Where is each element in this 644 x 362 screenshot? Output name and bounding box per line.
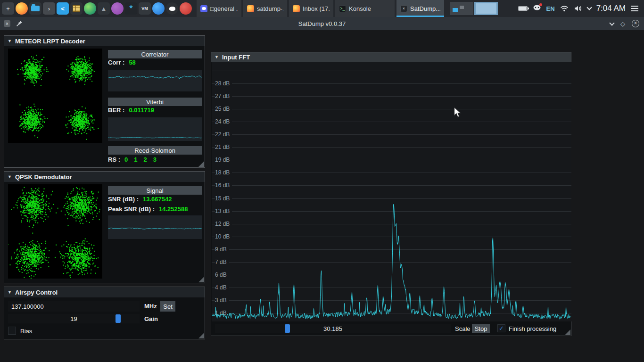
taskbar-task-konsole[interactable]: >_ Konsole: [335, 0, 395, 17]
virtual-desktop-pager[interactable]: [450, 2, 498, 15]
demod-panel-title: QPSK Demodulator: [15, 173, 72, 181]
launcher-images-icon[interactable]: ▲: [98, 2, 110, 15]
grid-icon: [73, 5, 80, 12]
launcher-star-icon[interactable]: *: [125, 2, 137, 15]
peak-snr-value-row: Peak SNR (dB) : 14.252588: [108, 206, 188, 213]
taskbar-task-firefox-satdump[interactable]: satdump-...: [243, 0, 287, 17]
decoder-panel-header[interactable]: ▼ METEOR LRPT Decoder: [4, 36, 205, 46]
window-preview: [476, 3, 496, 14]
task-label: satdump-...: [257, 5, 283, 12]
scale-label: Scale: [455, 325, 471, 332]
task-label: SatDump...: [410, 5, 440, 12]
launcher-red-icon[interactable]: [180, 2, 192, 15]
notification-badge: [539, 3, 542, 6]
window-maximize-button[interactable]: ◇: [620, 20, 625, 27]
demod-constellation-plot: [8, 184, 102, 279]
resize-grip[interactable]: [198, 333, 204, 338]
gain-label: Gain: [144, 315, 158, 322]
clock[interactable]: 7:04 AM: [596, 4, 626, 13]
snr-value-row: SNR (dB) : 13.667542: [108, 196, 172, 203]
correlator-history-chart: [108, 70, 202, 91]
peak-snr-value: 14.252588: [159, 206, 188, 213]
resize-grip[interactable]: [198, 161, 204, 167]
mhz-unit-label: MHz: [144, 303, 157, 310]
stop-button[interactable]: Stop: [472, 324, 490, 333]
fft-scale-value: 30.185: [215, 324, 451, 333]
gain-slider-value: 19: [8, 314, 140, 323]
qpsk-demodulator-panel: ▼ QPSK Demodulator Signal SNR (dB) : 13.…: [4, 171, 205, 283]
airspy-panel-header[interactable]: ▼ Airspy Control: [4, 287, 205, 297]
panel-menu-icon[interactable]: [631, 8, 638, 9]
launcher-firefox-icon[interactable]: [16, 2, 28, 15]
window-preview: [453, 8, 458, 12]
bias-label: Bias: [20, 328, 32, 335]
discord-icon: [200, 5, 207, 12]
vm-glyph: VM: [141, 6, 148, 11]
fft-panel-header[interactable]: ▼ Input FFT: [211, 52, 571, 62]
pager-desktop-1[interactable]: [450, 2, 473, 15]
chevron-glyph: ›: [48, 5, 50, 12]
reed-solomon-section-header: Reed-Solomon: [108, 146, 202, 155]
volume-icon[interactable]: [574, 5, 582, 12]
ber-value-row: BER : 0.011719: [108, 107, 154, 114]
rs-value-0: 0: [124, 156, 128, 163]
taskbar-task-discord-general[interactable]: □general ...: [197, 0, 241, 17]
fft-scale-slider[interactable]: 30.185: [215, 324, 451, 333]
viterbi-section-header: Viterbi: [108, 98, 202, 106]
discord-blob-icon: [169, 7, 175, 11]
angle-glyph: <: [61, 5, 65, 12]
launcher-globe-icon[interactable]: [84, 2, 96, 15]
system-tray: EN 7:04 AM: [518, 4, 644, 13]
firefox-icon: [293, 5, 300, 12]
pager-desktop-2[interactable]: [474, 2, 498, 15]
launcher-gimp-icon[interactable]: [111, 2, 124, 15]
finish-processing-checkbox[interactable]: ✓: [497, 324, 505, 332]
collapse-arrow-icon: ▼: [8, 174, 12, 179]
launcher-blue-dot-icon[interactable]: [152, 2, 165, 15]
fft-trace-canvas: [212, 62, 571, 321]
task-label: Inbox (17...: [303, 5, 330, 12]
rs-value-1: 1: [134, 156, 137, 163]
bias-checkbox[interactable]: [8, 327, 16, 335]
collapse-arrow-icon: ▼: [8, 39, 12, 43]
launcher-tools-icon[interactable]: +: [2, 2, 14, 15]
taskbar-task-firefox-inbox[interactable]: Inbox (17...: [289, 0, 333, 17]
fft-plot-area: 28 dB27 dB25 dB24 dB22 dB21 dB19 dB18 dB…: [212, 62, 571, 321]
launcher-file-manager-icon[interactable]: [29, 2, 41, 15]
launcher-vscode-icon[interactable]: <: [57, 2, 69, 15]
firefox-icon: [247, 5, 254, 12]
launcher-run-icon[interactable]: ›: [43, 2, 55, 15]
tray-expander-icon[interactable]: [586, 5, 592, 10]
taskbar-task-satdump[interactable]: × SatDump...: [396, 0, 444, 17]
keyboard-layout-indicator[interactable]: EN: [546, 5, 555, 12]
folder-icon: [31, 6, 40, 11]
window-close-button[interactable]: ×: [632, 20, 639, 27]
snr-value: 13.667542: [143, 196, 172, 203]
launcher-spreadsheet-icon[interactable]: [70, 2, 83, 15]
wifi-icon[interactable]: [560, 5, 569, 12]
demod-panel-header[interactable]: ▼ QPSK Demodulator: [4, 172, 205, 182]
screen: + › < ▲ * VM □general ... satdump-...: [0, 0, 644, 362]
resize-grip[interactable]: [565, 329, 570, 335]
window-shade-button[interactable]: [609, 20, 614, 25]
ber-value: 0.011719: [129, 107, 154, 114]
window-title: SatDump v0.0.37: [0, 20, 644, 27]
rs-value-2: 2: [143, 156, 147, 163]
discord-tray-icon[interactable]: [533, 4, 541, 13]
corr-value: 58: [129, 59, 135, 66]
battery-icon[interactable]: [518, 6, 528, 11]
set-frequency-button[interactable]: Set: [160, 301, 175, 312]
frequency-input[interactable]: 137.100000: [8, 301, 140, 312]
konsole-icon: >_: [339, 5, 346, 12]
gain-slider[interactable]: 19: [8, 314, 140, 323]
collapse-arrow-icon: ▼: [215, 55, 219, 59]
resize-grip[interactable]: [198, 277, 204, 282]
discord-blob-icon: [202, 7, 206, 10]
launcher-discord-icon[interactable]: [166, 2, 178, 15]
rs-value-3: 3: [153, 156, 157, 163]
rs-label: RS :: [108, 156, 120, 163]
snr-history-chart: [108, 215, 202, 239]
mouse-cursor: [454, 107, 462, 119]
input-fft-panel: ▼ Input FFT 28 dB27 dB25 dB24 dB22 dB21 …: [211, 52, 571, 336]
launcher-vm-icon[interactable]: VM: [139, 2, 151, 15]
